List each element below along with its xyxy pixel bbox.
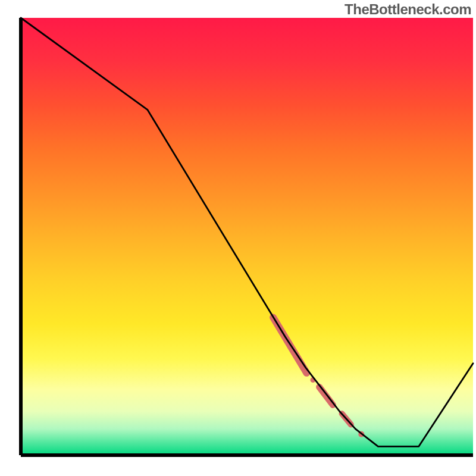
plot-background: [21, 18, 473, 455]
watermark-text: TheBottleneck.com: [345, 1, 471, 18]
chart-container: TheBottleneck.com: [0, 0, 476, 476]
bottleneck-chart: [0, 0, 476, 476]
